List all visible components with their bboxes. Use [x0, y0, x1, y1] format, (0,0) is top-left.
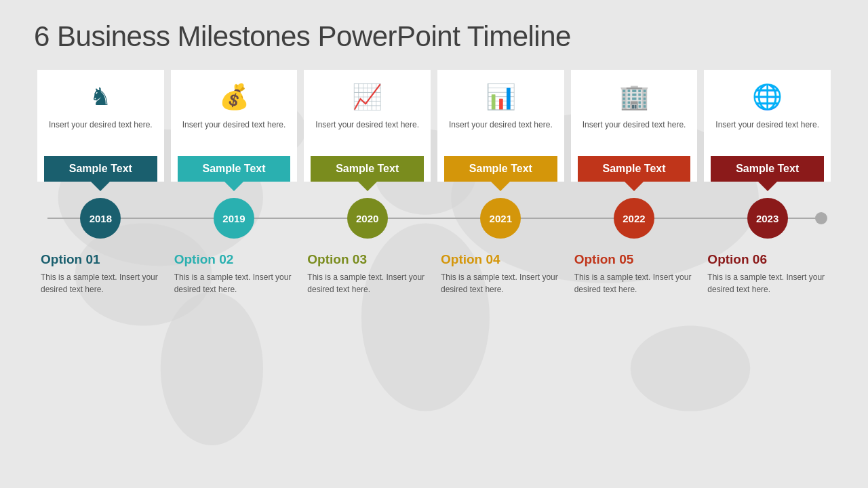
- card-text-6: Insert your desired text here.: [715, 119, 819, 150]
- timeline-dot-4: 2021: [480, 198, 521, 239]
- slide: 6 Business Milestones PowerPoint Timelin…: [0, 0, 868, 488]
- option-text-5: This is a sample text. Insert your desir…: [574, 271, 698, 296]
- timeline-dots: 201820192020202120222023: [34, 198, 834, 239]
- card-text-1: Insert your desired text here.: [49, 119, 153, 150]
- option-title-3: Option 03: [307, 252, 431, 267]
- timeline-dot-5: 2022: [614, 198, 654, 239]
- option-4: Option 04 This is a sample text. Insert …: [434, 252, 568, 296]
- option-6: Option 06 This is a sample text. Insert …: [701, 252, 834, 296]
- option-2: Option 02 This is a sample text. Insert …: [167, 252, 301, 296]
- card-icon-3: 📈: [352, 80, 382, 114]
- option-3: Option 03 This is a sample text. Insert …: [300, 252, 434, 296]
- option-title-6: Option 06: [707, 252, 831, 267]
- timeline-section: 201820192020202120222023: [34, 191, 834, 245]
- timeline-dot-6: 2023: [747, 198, 788, 239]
- card-4: 📊 Insert your desired text here. Sample …: [437, 70, 564, 182]
- option-1: Option 01 This is a sample text. Insert …: [34, 252, 167, 296]
- timeline-dot-1: 2018: [80, 198, 121, 239]
- option-text-6: This is a sample text. Insert your desir…: [707, 271, 831, 296]
- card-1: ♞ Insert your desired text here. Sample …: [37, 70, 164, 182]
- card-icon-1: ♞: [90, 80, 111, 114]
- card-icon-5: 🏢: [619, 80, 650, 114]
- svg-point-6: [631, 326, 750, 411]
- card-2: 💰 Insert your desired text here. Sample …: [171, 70, 298, 182]
- timeline-dot-2: 2019: [214, 198, 254, 239]
- slide-content: 6 Business Milestones PowerPoint Timelin…: [34, 20, 834, 296]
- option-title-4: Option 04: [441, 252, 564, 267]
- timeline-dot-3: 2020: [347, 198, 388, 239]
- card-icon-2: 💰: [219, 80, 250, 114]
- option-text-1: This is a sample text. Insert your desir…: [41, 271, 164, 296]
- card-text-3: Insert your desired text here.: [315, 119, 419, 150]
- option-title-5: Option 05: [574, 252, 698, 267]
- option-text-4: This is a sample text. Insert your desir…: [441, 271, 564, 296]
- card-label-5: Sample Text: [578, 156, 691, 182]
- card-3: 📈 Insert your desired text here. Sample …: [304, 70, 431, 182]
- option-title-1: Option 01: [41, 252, 164, 267]
- options-row: Option 01 This is a sample text. Insert …: [34, 252, 834, 296]
- card-icon-4: 📊: [486, 80, 516, 114]
- svg-point-2: [161, 291, 263, 445]
- card-icon-6: 🌐: [752, 80, 783, 114]
- cards-row: ♞ Insert your desired text here. Sample …: [34, 70, 834, 182]
- card-5: 🏢 Insert your desired text here. Sample …: [571, 70, 698, 182]
- card-text-2: Insert your desired text here.: [182, 119, 286, 150]
- card-label-6: Sample Text: [711, 156, 824, 182]
- option-text-2: This is a sample text. Insert your desir…: [174, 271, 298, 296]
- card-text-4: Insert your desired text here.: [449, 119, 553, 150]
- card-label-4: Sample Text: [444, 156, 557, 182]
- page-title: 6 Business Milestones PowerPoint Timelin…: [34, 20, 834, 53]
- option-text-3: This is a sample text. Insert your desir…: [307, 271, 431, 296]
- option-5: Option 05 This is a sample text. Insert …: [568, 252, 701, 296]
- card-label-2: Sample Text: [178, 156, 291, 182]
- card-6: 🌐 Insert your desired text here. Sample …: [704, 70, 831, 182]
- card-label-1: Sample Text: [44, 156, 157, 182]
- option-title-2: Option 02: [174, 252, 298, 267]
- card-label-3: Sample Text: [311, 156, 424, 182]
- timeline-end-dot: [815, 212, 827, 224]
- card-text-5: Insert your desired text here.: [583, 119, 686, 150]
